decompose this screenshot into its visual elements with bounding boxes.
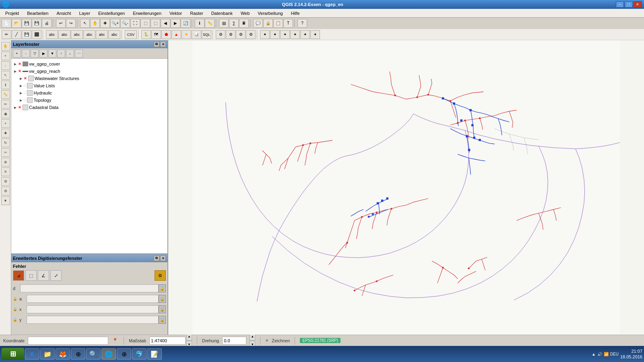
field-calc-button[interactable]: 🖩 xyxy=(239,19,249,28)
edit-toolbar-btn1[interactable]: ✏ xyxy=(2,30,11,39)
red-btn1[interactable]: ⬟ xyxy=(161,30,171,39)
snap-btn4[interactable]: ⚙ xyxy=(246,30,256,39)
lt-btn-rotate[interactable]: ↻ xyxy=(1,138,10,147)
label-btn5[interactable]: abc xyxy=(96,30,108,39)
field-input-y[interactable] xyxy=(27,316,159,324)
digi-btn-settings[interactable]: ⚙ xyxy=(155,270,166,281)
layer-down-button[interactable]: ↓ xyxy=(66,49,74,58)
menu-einstellungen[interactable]: Einstellungen xyxy=(95,10,128,17)
menu-bearbeiten[interactable]: Bearbeiten xyxy=(23,10,52,17)
edit-toolbar-btn3[interactable]: 💾 xyxy=(22,30,31,39)
help-button[interactable]: ? xyxy=(297,19,307,28)
adv-btn2[interactable]: ✦ xyxy=(270,30,280,39)
lt-btn-pan[interactable]: ✋ xyxy=(1,42,10,51)
measure-button[interactable]: 📏 xyxy=(205,19,215,28)
menu-ansicht[interactable]: Ansicht xyxy=(53,10,74,17)
snap-btn1[interactable]: ⚙ xyxy=(216,30,225,39)
zoom-out-button[interactable]: 🔍- xyxy=(120,19,130,28)
taskbar-explorer-button[interactable]: 📁 xyxy=(40,348,55,360)
layer-remove-button[interactable]: - xyxy=(22,49,30,58)
digi-panel-close-button[interactable]: ✕ xyxy=(160,255,166,261)
layer-options-button[interactable]: ⋯ xyxy=(75,49,83,58)
lt-btn-merge[interactable]: ⊕ xyxy=(1,158,10,167)
adv-btn1[interactable]: ✦ xyxy=(260,30,270,39)
print-button[interactable]: 🖨 xyxy=(42,19,52,28)
layer-add-button[interactable]: + xyxy=(13,49,21,58)
lt-btn-split[interactable]: ✂ xyxy=(1,148,10,157)
lt-btn-select[interactable]: ↖ xyxy=(1,71,10,80)
red-btn2[interactable]: ▲ xyxy=(171,30,181,39)
lt-btn-plugin1[interactable]: ⚙ xyxy=(1,177,10,186)
zoom-selection-button[interactable]: ⬚ xyxy=(140,19,150,28)
rotation-input[interactable] xyxy=(222,337,246,345)
crs-badge[interactable]: EPSG:21781 (SRP) xyxy=(300,338,340,343)
lt-btn-add-feat[interactable]: + xyxy=(1,119,10,128)
csv-btn[interactable]: CSV xyxy=(125,30,137,39)
adv-btn5[interactable]: ✦ xyxy=(300,30,310,39)
chart-btn[interactable]: 📊 xyxy=(192,30,201,39)
layer-row-hydraulic[interactable]: ▶ □ Hydraulic xyxy=(12,89,167,97)
menu-datenbank[interactable]: Datenbank xyxy=(208,10,236,17)
plugin4-button[interactable]: T xyxy=(283,19,293,28)
close-button[interactable]: ✕ xyxy=(634,1,642,8)
taskbar-qgis-button[interactable]: 🌐 xyxy=(101,348,116,360)
digi-panel-float-button[interactable]: ⧉ xyxy=(154,255,159,261)
lt-btn-delete[interactable]: ✕ xyxy=(1,167,10,176)
sql-btn[interactable]: SQL xyxy=(202,30,211,39)
taskbar-notepad-button[interactable]: 📝 xyxy=(147,348,162,360)
taskbar-chrome2-button[interactable]: ⊕ xyxy=(117,348,131,360)
plugin3-button[interactable]: 📋 xyxy=(273,19,283,28)
zoom-previous-button[interactable]: ◀ xyxy=(161,19,170,28)
gps-icon[interactable]: 📍 xyxy=(111,337,119,344)
label-btn4[interactable]: abc xyxy=(83,30,95,39)
field-lock-d[interactable]: 🔓 xyxy=(159,284,166,292)
identify-button[interactable]: ℹ xyxy=(195,19,204,28)
map-area[interactable] xyxy=(168,40,644,335)
taskbar-search-button[interactable]: 🔍 xyxy=(86,348,101,360)
stats-button[interactable]: ∑ xyxy=(229,19,239,28)
field-lock-a[interactable]: 🔒 xyxy=(159,295,166,303)
map-tips-btn[interactable]: 🗺 xyxy=(151,30,161,39)
panel-float-button[interactable]: ⧉ xyxy=(154,41,159,47)
layer-filter-button[interactable]: ▽ xyxy=(31,49,39,58)
zoom-in-button[interactable]: 🔍+ xyxy=(110,19,120,28)
pan-map-button[interactable]: ✚ xyxy=(100,19,110,28)
save-as-button[interactable]: 💾 xyxy=(32,19,41,28)
layer-row-value-lists[interactable]: ▶ □ Value Lists xyxy=(12,82,167,89)
field-input-x[interactable] xyxy=(27,305,159,313)
zoom-full-button[interactable]: ⛶ xyxy=(130,19,140,28)
layer-row-wastewater[interactable]: ▶ ✕ Wastewater Structures xyxy=(12,75,167,82)
lt-btn-move[interactable]: ✚ xyxy=(1,129,10,138)
layer-row-cadastral[interactable]: ▶ ✕ Cadastral Data xyxy=(12,104,167,111)
lt-btn-plugin2[interactable]: ⚙ xyxy=(1,187,10,195)
scale-input[interactable] xyxy=(149,337,186,345)
adv-btn3[interactable]: ✦ xyxy=(280,30,290,39)
select-tool[interactable]: ↖ xyxy=(80,19,90,28)
adv-btn6[interactable]: ✦ xyxy=(310,30,320,39)
lt-btn-measure[interactable]: 📏 xyxy=(1,90,10,99)
panel-close-button[interactable]: ✕ xyxy=(160,41,166,47)
plugin1-button[interactable]: 💬 xyxy=(253,19,263,28)
zoom-next-button[interactable]: ▶ xyxy=(171,19,180,28)
undo-button[interactable]: ↩ xyxy=(56,19,66,28)
taskbar-ie-button[interactable]: e xyxy=(25,348,39,360)
menu-verarbeitung[interactable]: Verarbeitung xyxy=(254,10,286,17)
taskbar-dbvis-button[interactable]: 🐬 xyxy=(132,348,147,360)
pan-tool[interactable]: ✋ xyxy=(90,19,100,28)
start-button[interactable]: ⊞ xyxy=(2,348,24,360)
new-project-button[interactable]: 📄 xyxy=(2,19,11,28)
menu-hilfe[interactable]: Hilfe xyxy=(287,10,303,17)
field-input-a[interactable] xyxy=(27,295,159,303)
adv-btn4[interactable]: ✦ xyxy=(290,30,300,39)
label-btn1[interactable]: abc xyxy=(46,30,58,39)
menu-erweiterungen[interactable]: Erweiterungen xyxy=(129,10,165,17)
py-btn[interactable]: 🐍 xyxy=(141,30,151,39)
label-btn6[interactable]: abc xyxy=(108,30,120,39)
field-input-d[interactable] xyxy=(20,284,159,292)
digi-btn-2[interactable]: ⬚ xyxy=(25,270,37,281)
zoom-layer-button[interactable]: ⬚ xyxy=(151,19,160,28)
lt-btn-edit[interactable]: ✏ xyxy=(1,100,10,109)
label-btn3[interactable]: abc xyxy=(71,30,83,39)
digi-btn-4[interactable]: ⤢ xyxy=(50,270,62,281)
lt-btn-identify[interactable]: ℹ xyxy=(1,80,10,89)
